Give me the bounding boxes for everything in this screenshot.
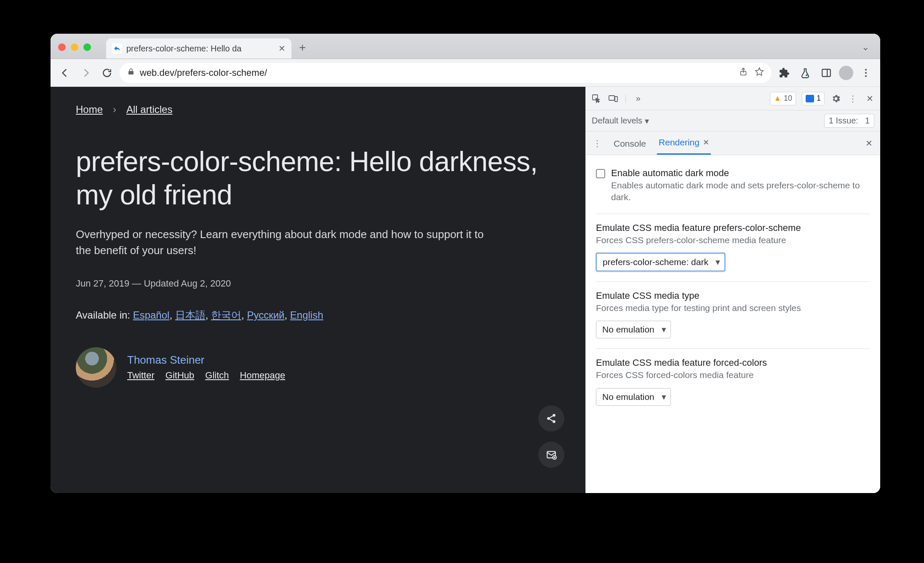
close-devtools-icon[interactable]: ✕: [864, 93, 875, 104]
log-levels-dropdown[interactable]: Default levels ▾: [592, 116, 649, 126]
share-icon[interactable]: [739, 67, 748, 79]
author-link-twitter[interactable]: Twitter: [127, 370, 155, 381]
mediatype-select[interactable]: No emulation: [596, 321, 671, 338]
section-forced-colors: Emulate CSS media feature forced-colors …: [596, 349, 870, 416]
warning-icon: ▲: [774, 94, 781, 103]
new-tab-button[interactable]: +: [299, 41, 306, 54]
page-title: prefers-color-scheme: Hello darkness, my…: [76, 145, 560, 212]
rendering-pane: Enable automatic dark mode Enables autom…: [586, 155, 880, 493]
author-block: Thomas Steiner Twitter GitHub Glitch Hom…: [76, 347, 560, 388]
section-media-type: Emulate CSS media type Forces media type…: [596, 282, 870, 349]
inspect-icon[interactable]: [591, 93, 602, 104]
pcs-desc: Forces CSS prefers-color-scheme media fe…: [596, 234, 870, 246]
content-area: Home › All articles prefers-color-scheme…: [51, 87, 880, 493]
pcs-select[interactable]: prefers-color-scheme: dark: [596, 253, 725, 271]
close-window-button[interactable]: [58, 43, 66, 51]
breadcrumb: Home › All articles: [76, 104, 560, 115]
tab-title: prefers-color-scheme: Hello da: [126, 44, 274, 54]
bookmark-icon[interactable]: [755, 67, 764, 79]
forcedcolors-select[interactable]: No emulation: [596, 388, 671, 406]
browser-toolbar: web.dev/prefers-color-scheme/: [51, 59, 880, 87]
issues-badge[interactable]: 1 Issue: 1: [824, 114, 874, 128]
author-avatar: [76, 347, 116, 388]
section-auto-dark: Enable automatic dark mode Enables autom…: [596, 159, 870, 214]
lang-ja[interactable]: 日本語: [175, 309, 206, 321]
chevron-right-icon: ›: [113, 104, 116, 115]
subscribe-button[interactable]: [538, 442, 564, 468]
profile-avatar[interactable]: [839, 66, 853, 80]
forcedcolors-desc: Forces CSS forced-colors media feature: [596, 369, 870, 381]
devtools-subbar: Default levels ▾ 1 Issue: 1: [586, 110, 880, 131]
mediatype-desc: Forces media type for testing print and …: [596, 302, 870, 314]
section-prefers-color-scheme: Emulate CSS media feature prefers-color-…: [596, 214, 870, 282]
svg-point-6: [865, 75, 867, 77]
available-in-label: Available in:: [76, 309, 130, 321]
svg-point-8: [547, 417, 550, 420]
drawer-menu-icon[interactable]: ⋮: [592, 138, 603, 149]
svg-point-5: [865, 72, 867, 73]
close-drawer-icon[interactable]: ✕: [863, 138, 874, 149]
device-icon[interactable]: [608, 93, 619, 104]
tabs-menu-icon[interactable]: ⌄: [862, 42, 869, 53]
svg-point-7: [553, 414, 555, 417]
settings-icon[interactable]: [831, 93, 841, 104]
lock-icon: [127, 67, 135, 78]
titlebar: prefers-color-scheme: Hello da ✕ + ⌄: [51, 34, 880, 59]
svg-rect-13: [609, 96, 614, 100]
traffic-lights: [58, 43, 91, 51]
page-dates: Jun 27, 2019 — Updated Aug 2, 2020: [76, 278, 560, 289]
close-tab-icon[interactable]: ✕: [703, 138, 709, 147]
svg-point-9: [553, 420, 555, 423]
minimize-window-button[interactable]: [71, 43, 78, 51]
url-text: web.dev/prefers-color-scheme/: [140, 67, 267, 78]
page-content: Home › All articles prefers-color-scheme…: [51, 87, 585, 493]
favicon-icon: [112, 43, 122, 54]
sidepanel-icon[interactable]: [818, 64, 835, 81]
address-bar[interactable]: web.dev/prefers-color-scheme/: [120, 63, 772, 83]
svg-point-4: [865, 69, 867, 70]
floating-actions: [538, 405, 564, 468]
author-link-homepage[interactable]: Homepage: [240, 370, 286, 381]
forward-button[interactable]: [77, 64, 94, 81]
labs-icon[interactable]: [797, 64, 814, 81]
back-button[interactable]: [56, 64, 73, 81]
more-tabs-icon[interactable]: »: [633, 93, 644, 104]
svg-point-1: [806, 74, 807, 76]
author-link-github[interactable]: GitHub: [166, 370, 194, 381]
lang-en[interactable]: English: [290, 309, 323, 321]
errors-badge[interactable]: 1: [802, 92, 825, 105]
lang-ko[interactable]: 한국어: [211, 309, 241, 321]
lang-es[interactable]: Español: [133, 309, 170, 321]
author-links: Twitter GitHub Glitch Homepage: [127, 370, 285, 381]
mediatype-title: Emulate CSS media type: [596, 290, 870, 301]
devtools-toolbar: | » ▲ 10 1 ⋮ ✕: [586, 87, 880, 110]
devtools-panel: | » ▲ 10 1 ⋮ ✕ Default leve: [585, 87, 880, 493]
auto-dark-desc: Enables automatic dark mode and sets pre…: [611, 180, 870, 204]
tab-console[interactable]: Console: [612, 133, 648, 155]
devtools-drawer-tabs: ⋮ Console Rendering ✕ ✕: [586, 131, 880, 155]
devtools-menu-icon[interactable]: ⋮: [847, 93, 858, 104]
reload-button[interactable]: [99, 64, 115, 81]
svg-rect-14: [615, 97, 617, 102]
lang-ru[interactable]: Русский: [247, 309, 284, 321]
author-link-glitch[interactable]: Glitch: [205, 370, 229, 381]
browser-tab[interactable]: prefers-color-scheme: Hello da ✕: [106, 38, 291, 59]
browser-window: prefers-color-scheme: Hello da ✕ + ⌄ web…: [51, 34, 880, 493]
author-name[interactable]: Thomas Steiner: [127, 354, 285, 367]
forcedcolors-title: Emulate CSS media feature forced-colors: [596, 357, 870, 368]
maximize-window-button[interactable]: [83, 43, 91, 51]
chrome-menu-icon[interactable]: [857, 64, 874, 81]
extensions-icon[interactable]: [776, 64, 793, 81]
breadcrumb-home[interactable]: Home: [76, 104, 103, 115]
auto-dark-checkbox[interactable]: [596, 169, 605, 178]
available-languages: Available in: Español, 日本語, 한국어, Русский…: [76, 308, 560, 322]
warnings-badge[interactable]: ▲ 10: [770, 92, 796, 105]
close-tab-icon[interactable]: ✕: [278, 43, 286, 54]
breadcrumb-all-articles[interactable]: All articles: [126, 104, 172, 115]
message-icon: [806, 95, 814, 102]
auto-dark-title: Enable automatic dark mode: [611, 168, 870, 179]
share-button[interactable]: [538, 405, 564, 432]
tab-rendering[interactable]: Rendering ✕: [657, 131, 711, 155]
chevron-down-icon: ▾: [645, 116, 649, 126]
pcs-title: Emulate CSS media feature prefers-color-…: [596, 223, 870, 233]
